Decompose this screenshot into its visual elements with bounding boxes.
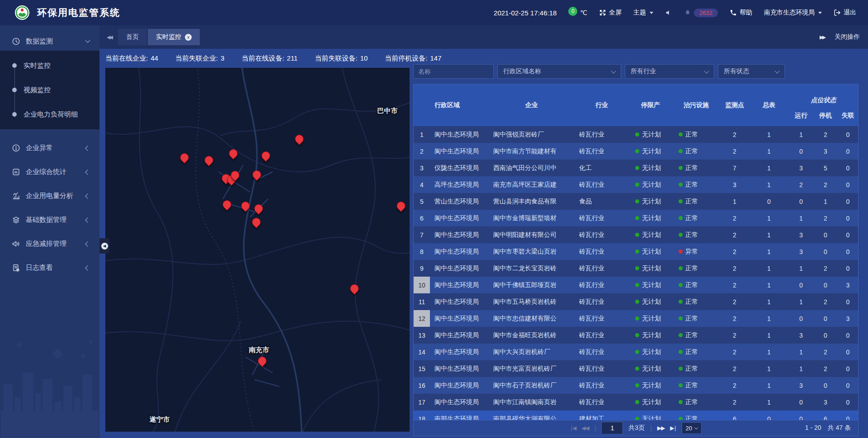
table-row[interactable]: 18 南部生态环境局 南部县砚华太湖有限公 建材加工 无计划 正常 — [414, 410, 858, 420]
cell-facility-status: 正常 — [672, 360, 720, 377]
map-canvas[interactable]: 巴中市 南充市 遂宁市 — [105, 68, 410, 432]
status-dot-icon — [635, 367, 639, 371]
cell-industry: 食品 — [575, 193, 629, 210]
theme-dropdown[interactable]: 主题 — [633, 9, 653, 17]
table-row[interactable]: 12 阆中生态环境局 阆中市忠信建材有限公 砖瓦行业 无计划 正常 — [414, 310, 858, 327]
table-row[interactable]: 2 阆中生态环境局 阆中市南方节能建材有 砖瓦行业 无计划 正常 — [414, 143, 858, 160]
table-row[interactable]: 8 阆中生态环境局 阆中市枣碧大梁山页岩 砖瓦行业 无计划 异常 — [414, 243, 858, 260]
cell-meter-count: 1 — [749, 143, 789, 160]
cell-company: 阆中大兴页岩机砖厂 — [489, 344, 575, 360]
table-row[interactable]: 15 阆中生态环境局 阆中市光富页岩机砖厂 砖瓦行业 无计划 正常 — [414, 360, 858, 377]
chevron-left-icon — [85, 265, 90, 270]
sidebar-item-log-view[interactable]: 日志查看 — [0, 256, 99, 280]
table-row[interactable]: 13 阆中生态环境局 阆中市金福旺页岩机砖 砖瓦行业 无计划 正常 — [414, 327, 858, 344]
table-row[interactable]: 4 高坪生态环境局 南充市高坪区王家店建 砖瓦行业 无计划 正常 — [414, 176, 858, 193]
cell-region: 阆中生态环境局 — [430, 360, 489, 377]
cell-meter-count: 1 — [749, 260, 789, 277]
chevron-left-icon — [85, 193, 90, 198]
sidebar-subitem[interactable]: 视频监控 — [0, 78, 99, 102]
cell-index: 9 — [414, 260, 430, 277]
table-row[interactable]: 7 阆中生态环境局 阆中明阳建材有限公司 砖瓦行业 无计划 正常 — [414, 226, 858, 243]
cell-monitor-count: 2 — [720, 243, 749, 260]
cell-company: 营山县润丰肉食品有限 — [489, 193, 575, 210]
cell-lost-count: 0 — [838, 260, 858, 277]
stat-value: 211 — [287, 54, 298, 63]
sidebar-item-enterprise-abnormal[interactable]: 企业异常 — [0, 136, 99, 160]
cell-company: 阆中市二龙长宝页岩砖 — [489, 260, 575, 277]
sidebar-subitem[interactable]: 实时监控 — [0, 53, 99, 78]
industry-filter-select[interactable]: 所有行业 — [625, 64, 714, 79]
cell-company: 西南油气田分公司川中 — [489, 160, 575, 176]
cell-stop-status: 无计划 — [629, 293, 672, 310]
sidebar-item-base-data[interactable]: 基础数据管理 — [0, 208, 99, 232]
sidebar-item-enterprise-statistics[interactable]: 企业综合统计 — [0, 160, 99, 184]
sidebar-item-power-analysis[interactable]: 企业用电量分析 — [0, 184, 99, 208]
stat-label: 当前失联企业: — [175, 54, 218, 63]
cell-company: 阆中市金博瑞新型墙材 — [489, 210, 575, 226]
logout-button[interactable]: 退出 — [834, 9, 856, 17]
table-row[interactable]: 3 仪陇生态环境局 西南油气田分公司川中 化工 无计划 正常 — [414, 160, 858, 176]
cell-run-count: 0 — [789, 410, 813, 420]
tabs-scroll-right-icon[interactable]: ▶▶ — [820, 34, 825, 40]
next-page-button[interactable]: ▶▶ — [657, 425, 665, 431]
cell-lost-count: 0 — [838, 176, 858, 193]
help-button[interactable]: 帮助 — [730, 9, 752, 17]
cell-index: 14 — [414, 344, 430, 360]
table-row[interactable]: 6 阆中生态环境局 阆中市金博瑞新型墙材 砖瓦行业 无计划 正常 — [414, 210, 858, 226]
status-filter-select[interactable]: 所有状态 — [718, 64, 785, 79]
cell-run-count: 1 — [789, 344, 813, 360]
table-row[interactable]: 10 阆中生态环境局 阆中千佛镇五郎垭页岩 砖瓦行业 无计划 正常 — [414, 277, 858, 293]
status-dot-icon — [679, 350, 683, 354]
sidebar-item-emergency-reduction[interactable]: 应急减排管理 — [0, 232, 99, 256]
sidebar-item-data-monitoring[interactable]: 数据监测 — [0, 32, 99, 51]
table-row[interactable]: 17 阆中生态环境局 阆中市江南镇阆南页岩 砖瓦行业 无计划 正常 — [414, 394, 858, 410]
close-operations-button[interactable]: 关闭操作 — [835, 33, 860, 41]
table-row[interactable]: 16 阆中生态环境局 阆中市石子页岩机砖厂 砖瓦行业 无计划 正常 — [414, 377, 858, 394]
mute-button[interactable] — [665, 9, 672, 16]
cell-meter-count: 1 — [749, 226, 789, 243]
sidebar-subitem-label: 视频监控 — [24, 86, 51, 94]
cell-industry: 砖瓦行业 — [575, 377, 629, 394]
cell-monitor-count: 2 — [720, 226, 749, 243]
last-page-button[interactable]: ▶∣ — [670, 425, 676, 431]
table-row[interactable]: 5 营山生态环境局 营山县润丰肉食品有限 食品 无计划 正常 — [414, 193, 858, 210]
fullscreen-button[interactable]: 全屏 — [599, 9, 622, 17]
cell-facility-status: 正常 — [672, 143, 720, 160]
user-org-dropdown[interactable]: 南充市生态环境局 — [764, 9, 822, 17]
cell-company: 阆中市光富页岩机砖厂 — [489, 360, 575, 377]
cell-meter-count: 1 — [749, 344, 789, 360]
cell-lost-count: 0 — [838, 327, 858, 344]
tab-home[interactable]: 首页 — [118, 29, 147, 45]
prev-page-button[interactable]: ◀◀ — [581, 425, 589, 431]
sidebar: 数据监测 实时监控 视频监控 企业电力负荷明细 — [0, 25, 99, 438]
enterprise-table: 行政区域 企业 行业 停限产 治污设施 监测点 总表 点位状态 运行 停机 失联… — [413, 84, 859, 436]
table-row[interactable]: 9 阆中生态环境局 阆中市二龙长宝页岩砖 砖瓦行业 无计划 正常 — [414, 260, 858, 277]
cell-region: 营山生态环境局 — [430, 193, 489, 210]
table-row[interactable]: 14 阆中生态环境局 阆中大兴页岩机砖厂 砖瓦行业 无计划 正常 — [414, 344, 858, 360]
name-filter-input[interactable] — [413, 64, 494, 79]
cell-monitor-count: 2 — [720, 260, 749, 277]
table-row[interactable]: 11 阆中生态环境局 阆中市五马桥页岩机砖 砖瓦行业 无计划 正常 — [414, 293, 858, 310]
region-filter-select[interactable]: 行政区域名称 — [497, 64, 621, 79]
cell-halt-count: 0 — [813, 277, 838, 293]
cell-index: 7 — [414, 226, 430, 243]
table-row[interactable]: 1 阆中生态环境局 阆中强锐页岩砖厂 砖瓦行业 无计划 正常 — [414, 126, 858, 143]
cell-index: 1 — [414, 126, 430, 143]
notification-widget[interactable]: 2632 — [684, 9, 718, 17]
cell-run-count: 2 — [789, 176, 813, 193]
sidebar-subitem[interactable]: 企业电力负荷明细 — [0, 102, 99, 127]
cell-company: 阆中明阳建材有限公司 — [489, 226, 575, 243]
tab-realtime-monitor[interactable]: 实时监控 x — [148, 29, 200, 45]
cell-halt-count: 3 — [813, 143, 838, 160]
tabs-scroll-left-icon[interactable]: ◀◀ — [107, 34, 112, 40]
cell-halt-count: 2 — [813, 293, 838, 310]
page-number-input[interactable] — [601, 422, 623, 434]
page-size-select[interactable]: 20 — [682, 422, 702, 434]
tab-close-icon[interactable]: x — [185, 34, 192, 41]
first-page-button[interactable]: ∣◀ — [570, 425, 576, 431]
cell-industry: 砖瓦行业 — [575, 210, 629, 226]
cell-region: 阆中生态环境局 — [430, 394, 489, 410]
sidebar-collapse-handle[interactable]: ◀ — [99, 238, 109, 254]
cell-facility-status: 正常 — [672, 377, 720, 394]
cell-halt-count: 5 — [813, 160, 838, 176]
